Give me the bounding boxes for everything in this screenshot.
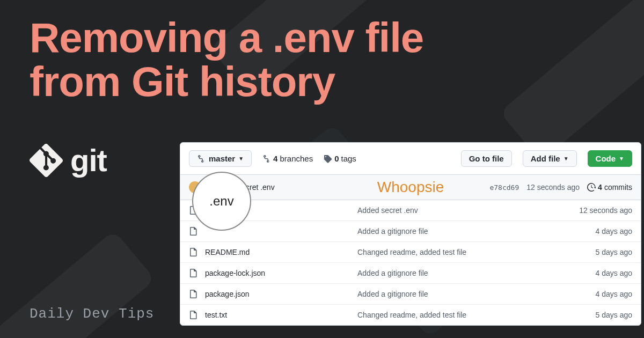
title-line-1: Removing a .env file — [30, 14, 423, 61]
whoopsie-label: Whoopsie — [377, 179, 444, 196]
file-name[interactable]: package-lock.json — [205, 269, 350, 277]
file-row[interactable]: package-lock.jsonAdded a gitignore file4… — [180, 263, 641, 284]
caret-down-icon: ▼ — [619, 156, 624, 161]
file-icon — [189, 227, 197, 236]
file-name[interactable]: README.md — [205, 248, 350, 256]
branch-selector[interactable]: master ▼ — [189, 150, 252, 167]
file-icon — [189, 290, 197, 298]
file-time: 4 days ago — [596, 269, 633, 277]
history-icon — [587, 183, 596, 192]
file-row[interactable]: test.txtChanged readme, added test file5… — [180, 305, 641, 325]
title-line-2: from Git history — [30, 58, 335, 105]
git-icon — [30, 144, 63, 177]
branches-count[interactable]: 4 branches — [262, 154, 313, 163]
file-row[interactable]: README.mdChanged readme, added test file… — [180, 242, 641, 263]
goto-file-button[interactable]: Go to file — [461, 150, 512, 167]
magnifier-callout: .env — [192, 172, 251, 231]
file-time: 4 days ago — [596, 290, 633, 298]
file-commit-msg[interactable]: Added secret .env — [357, 206, 572, 215]
file-icon — [189, 311, 197, 319]
commit-time: 12 seconds ago — [526, 183, 580, 192]
file-commit-msg[interactable]: Added a gitignore file — [357, 269, 588, 277]
branch-icon — [197, 155, 206, 163]
tag-icon — [324, 155, 332, 163]
file-icon — [189, 248, 197, 256]
branch-name: master — [209, 154, 235, 163]
git-logo: git — [30, 142, 107, 178]
commits-link[interactable]: 4 commits — [587, 183, 632, 192]
file-icon — [189, 269, 197, 277]
footer-brand: Daily Dev Tips — [30, 306, 154, 322]
git-logo-text: git — [70, 142, 107, 178]
file-row[interactable]: Added a gitignore file4 days ago — [180, 221, 641, 242]
file-list: Added secret .env12 seconds agoAdded a g… — [180, 200, 641, 325]
file-time: 4 days ago — [596, 227, 633, 236]
page-title: Removing a .env file from Git history — [30, 16, 423, 104]
magnifier-text: .env — [209, 194, 233, 209]
file-time: 5 days ago — [596, 248, 633, 256]
file-name[interactable]: test.txt — [205, 311, 350, 319]
file-commit-msg[interactable]: Added a gitignore file — [357, 227, 588, 236]
code-button[interactable]: Code ▼ — [588, 150, 632, 167]
file-commit-msg[interactable]: Changed readme, added test file — [357, 248, 588, 256]
file-time: 5 days ago — [596, 311, 633, 319]
caret-down-icon: ▼ — [564, 156, 569, 161]
tags-count[interactable]: 0 tags — [324, 154, 356, 163]
branch-icon — [262, 155, 271, 163]
file-commit-msg[interactable]: Added a gitignore file — [357, 290, 588, 298]
github-panel: master ▼ 4 branches 0 tags Go to file Ad… — [180, 142, 641, 326]
file-commit-msg[interactable]: Changed readme, added test file — [357, 311, 588, 319]
file-time: 12 seconds ago — [579, 206, 632, 215]
add-file-button[interactable]: Add file ▼ — [523, 150, 577, 167]
caret-down-icon: ▼ — [238, 156, 244, 161]
panel-header: master ▼ 4 branches 0 tags Go to file Ad… — [180, 143, 641, 174]
file-row[interactable]: package.jsonAdded a gitignore file4 days… — [180, 284, 641, 305]
file-name[interactable]: package.json — [205, 290, 350, 298]
commit-sha[interactable]: e78cd69 — [489, 183, 519, 192]
